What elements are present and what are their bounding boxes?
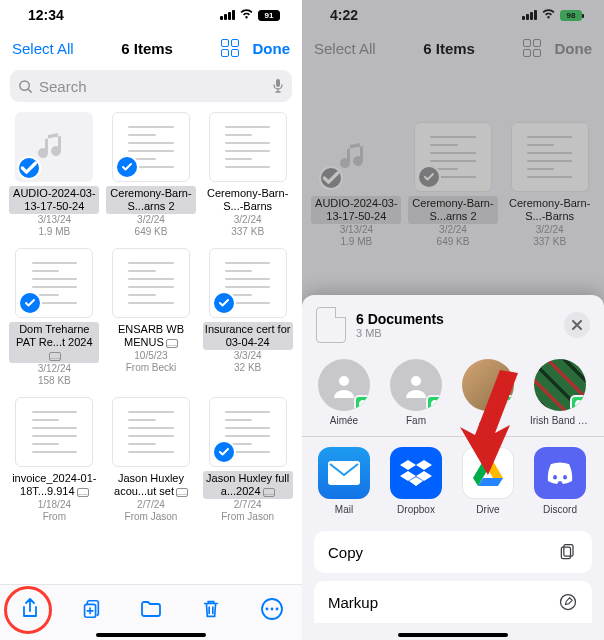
files-grid: AUDIO-2024-03-13-17-50-243/13/241.9 MBCe… xyxy=(0,110,302,529)
wifi-icon xyxy=(239,8,254,22)
app-name: Dropbox xyxy=(397,504,435,515)
close-button[interactable] xyxy=(564,312,590,338)
home-indicator[interactable] xyxy=(398,633,508,637)
file-item[interactable]: Ceremony-Barn-S...-Barns3/2/24337 KB xyxy=(199,110,296,244)
file-item[interactable]: Dom Treharne PAT Re...t 20243/12/24158 K… xyxy=(6,246,103,393)
file-size: 337 KB xyxy=(231,226,264,238)
battery-icon: 91 xyxy=(258,10,280,21)
search-input[interactable]: Search xyxy=(10,70,292,102)
file-item[interactable]: Jason Huxley full a...20242/7/24From Jas… xyxy=(199,395,296,529)
duplicate-icon[interactable] xyxy=(79,597,103,621)
contact-name: ...ey xyxy=(479,415,498,426)
share-contact[interactable]: Irish Band Chat xyxy=(528,359,592,426)
file-item[interactable]: Ceremony-Barn-S...arns 23/2/24649 KB xyxy=(103,110,200,244)
file-date: 2/7/24 xyxy=(234,499,262,511)
file-size: From Becki xyxy=(126,362,177,374)
share-app-discord[interactable]: Discord xyxy=(528,447,592,515)
svg-rect-12 xyxy=(561,547,570,559)
whatsapp-badge-icon xyxy=(498,395,514,411)
drive-icon xyxy=(462,447,514,499)
file-date: 3/13/24 xyxy=(38,214,71,226)
file-thumbnail xyxy=(15,248,93,318)
whatsapp-badge-icon xyxy=(354,395,370,411)
share-contact[interactable]: Fam xyxy=(384,359,448,426)
copy-icon xyxy=(558,542,578,562)
more-icon[interactable] xyxy=(260,597,284,621)
folder-icon[interactable] xyxy=(139,597,163,621)
contact-name: Fam xyxy=(406,415,426,426)
whatsapp-badge-icon xyxy=(426,395,442,411)
mail-badge-icon xyxy=(77,488,89,497)
sheet-subtitle: 3 MB xyxy=(356,327,444,339)
svg-point-9 xyxy=(411,376,421,386)
view-grid-icon[interactable] xyxy=(221,39,239,57)
share-app-drive[interactable]: Drive xyxy=(456,447,520,515)
file-thumbnail xyxy=(15,112,93,182)
file-date: 3/2/24 xyxy=(137,214,165,226)
document-icon xyxy=(316,307,346,343)
file-size: 32 KB xyxy=(234,362,261,374)
status-bar: 12:34 91 xyxy=(0,0,302,30)
svg-point-5 xyxy=(265,607,268,610)
mail-badge-icon xyxy=(263,488,275,497)
share-icon[interactable] xyxy=(18,597,42,621)
avatar xyxy=(534,359,586,411)
select-all-button[interactable]: Select All xyxy=(12,40,74,57)
svg-point-6 xyxy=(270,607,273,610)
discord-icon xyxy=(534,447,586,499)
markup-action[interactable]: Markup xyxy=(314,581,592,623)
file-item[interactable]: invoice_2024-01-18T...9.9141/18/24From xyxy=(6,395,103,529)
file-name: Jason Huxley full a...2024 xyxy=(203,471,293,499)
whatsapp-badge-icon xyxy=(570,395,586,411)
file-thumbnail xyxy=(112,397,190,467)
svg-rect-10 xyxy=(328,461,360,485)
file-name: Dom Treharne PAT Re...t 2024 xyxy=(9,322,99,363)
share-app-mail[interactable]: Mail xyxy=(312,447,376,515)
contacts-row: AiméeFam...eyIrish Band Chat xyxy=(302,355,604,436)
file-thumbnail xyxy=(209,112,287,182)
copy-action[interactable]: Copy xyxy=(314,531,592,573)
mail-icon xyxy=(318,447,370,499)
file-thumbnail xyxy=(209,397,287,467)
cellular-icon xyxy=(220,10,235,20)
file-name: Jason Huxley acou...ut set xyxy=(106,471,196,499)
file-size: 1.9 MB xyxy=(38,226,70,238)
file-date: 3/12/24 xyxy=(38,363,71,375)
file-item[interactable]: AUDIO-2024-03-13-17-50-243/13/241.9 MB xyxy=(6,110,103,244)
app-name: Drive xyxy=(476,504,499,515)
svg-point-8 xyxy=(339,376,349,386)
file-item[interactable]: Jason Huxley acou...ut set2/7/24From Jas… xyxy=(103,395,200,529)
contact-name: Irish Band Chat xyxy=(530,415,590,426)
done-button[interactable]: Done xyxy=(253,40,291,57)
markup-icon xyxy=(558,592,578,612)
svg-line-1 xyxy=(28,89,31,92)
share-contact[interactable]: ...ey xyxy=(456,359,520,426)
share-contact[interactable]: Aimée xyxy=(312,359,376,426)
sheet-title: 6 Documents xyxy=(356,311,444,327)
share-sheet: 6 Documents 3 MB AiméeFam...eyIrish Band… xyxy=(302,295,604,640)
file-name: AUDIO-2024-03-13-17-50-24 xyxy=(9,186,99,214)
file-date: 3/2/24 xyxy=(234,214,262,226)
file-name: Ceremony-Barn-S...arns 2 xyxy=(106,186,196,214)
file-name: Insurance cert for 03-04-24 xyxy=(203,322,293,350)
svg-rect-2 xyxy=(276,79,280,87)
trash-icon[interactable] xyxy=(199,597,223,621)
mic-icon[interactable] xyxy=(272,78,284,94)
avatar xyxy=(318,359,370,411)
file-date: 3/3/24 xyxy=(234,350,262,362)
time: 12:34 xyxy=(28,7,64,23)
file-thumbnail xyxy=(112,112,190,182)
file-item[interactable]: Insurance cert for 03-04-243/3/2432 KB xyxy=(199,246,296,393)
home-indicator[interactable] xyxy=(96,633,206,637)
file-size: 158 KB xyxy=(38,375,71,387)
apps-row: MailDropboxDriveDiscord xyxy=(302,436,604,525)
file-name: Ceremony-Barn-S...-Barns xyxy=(203,186,293,214)
share-app-dropbox[interactable]: Dropbox xyxy=(384,447,448,515)
file-size: From xyxy=(43,511,66,523)
page-title: 6 Items xyxy=(121,40,173,57)
file-size: 649 KB xyxy=(135,226,168,238)
file-thumbnail xyxy=(112,248,190,318)
file-item[interactable]: ENSARB WB MENUS10/5/23From Becki xyxy=(103,246,200,393)
file-size: From Jason xyxy=(221,511,274,523)
file-date: 1/18/24 xyxy=(38,499,71,511)
